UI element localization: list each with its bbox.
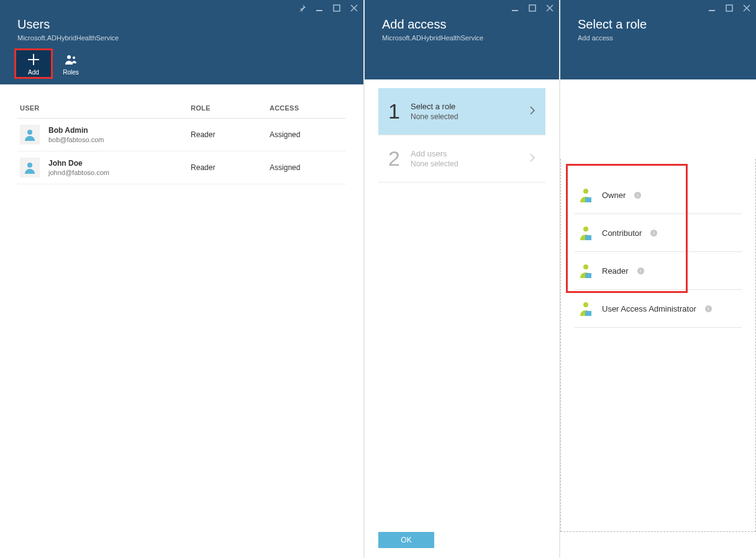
role-icon: [577, 224, 594, 241]
step-subtitle: None selected: [411, 112, 458, 121]
svg-point-4: [27, 130, 32, 135]
users-header: Users Microsoft.ADHybridHealthService Ad…: [0, 0, 363, 84]
maximize-icon[interactable]: [528, 4, 537, 12]
svg-rect-17: [585, 311, 591, 316]
table-row[interactable]: John Doe johnd@fabtoso.com Reader Assign…: [17, 151, 346, 184]
step-title: Select a role: [411, 102, 458, 111]
col-user: USER: [17, 99, 188, 119]
user-access: Assigned: [267, 119, 346, 151]
svg-point-16: [583, 302, 588, 307]
col-access: ACCESS: [267, 99, 346, 119]
table-row[interactable]: Bob Admin bob@fabtoso.com Reader Assigne…: [17, 119, 346, 151]
add-access-title: Add access: [382, 17, 544, 32]
user-name: John Doe: [48, 159, 109, 168]
select-role-title: Select a role: [578, 17, 741, 32]
role-label: Reader: [602, 266, 629, 276]
users-body: USER ROLE ACCESS Bob Admin bob@fabtoso.c…: [0, 84, 363, 558]
minimize-icon[interactable]: [315, 4, 324, 12]
role-label: Owner: [602, 191, 626, 200]
minimize-icon[interactable]: [708, 4, 716, 12]
add-access-body: 1 Select a role None selected 2 Add user…: [365, 79, 559, 532]
info-icon[interactable]: i: [650, 230, 657, 236]
users-table: USER ROLE ACCESS Bob Admin bob@fabtoso.c…: [17, 99, 346, 184]
svg-rect-9: [726, 5, 732, 11]
svg-rect-15: [585, 273, 591, 278]
avatar: [20, 158, 40, 178]
add-access-subtitle: Microsoft.ADHybridHealthService: [382, 34, 544, 42]
user-email: bob@fabtoso.com: [48, 136, 104, 143]
role-list: Owner i Contributor i Reader i: [575, 176, 742, 328]
step-select-role[interactable]: 1 Select a role None selected: [378, 88, 545, 135]
info-icon[interactable]: i: [637, 268, 644, 274]
select-role-body: Owner i Contributor i Reader i: [560, 79, 756, 558]
role-icon: [577, 186, 594, 204]
select-role-header: Select a role Add access: [560, 0, 756, 79]
maximize-icon[interactable]: [725, 4, 734, 12]
svg-rect-0: [316, 10, 322, 11]
role-label: Contributor: [602, 228, 642, 238]
users-title: Users: [17, 17, 348, 32]
role-icon: [577, 300, 594, 317]
close-icon[interactable]: [350, 4, 358, 12]
users-blade: Users Microsoft.ADHybridHealthService Ad…: [0, 0, 363, 558]
role-icon: [577, 262, 594, 279]
users-subtitle: Microsoft.ADHybridHealthService: [17, 34, 348, 42]
step-title: Add users: [411, 149, 458, 158]
svg-point-5: [27, 163, 32, 168]
add-access-header: Add access Microsoft.ADHybridHealthServi…: [365, 0, 559, 79]
step-add-users[interactable]: 2 Add users None selected: [378, 135, 545, 182]
maximize-icon[interactable]: [332, 4, 341, 12]
svg-rect-7: [529, 5, 535, 11]
role-reader[interactable]: Reader i: [575, 252, 742, 290]
role-contributor[interactable]: Contributor i: [575, 214, 742, 252]
svg-rect-1: [334, 5, 340, 11]
close-icon[interactable]: [742, 4, 751, 12]
svg-rect-13: [585, 235, 591, 240]
svg-rect-11: [585, 197, 591, 202]
svg-point-10: [583, 189, 588, 194]
user-role: Reader: [188, 119, 267, 151]
ok-button[interactable]: OK: [378, 532, 434, 548]
close-icon[interactable]: [545, 4, 554, 12]
add-access-blade: Add access Microsoft.ADHybridHealthServi…: [365, 0, 559, 558]
role-label: User Access Administrator: [602, 304, 696, 313]
info-icon[interactable]: i: [705, 305, 712, 312]
col-role: ROLE: [188, 99, 267, 119]
add-button[interactable]: Add: [15, 49, 52, 78]
window-controls: [298, 4, 358, 12]
svg-rect-6: [512, 10, 518, 11]
svg-point-12: [583, 227, 588, 232]
plus-icon: [15, 53, 52, 66]
select-role-subtitle: Add access: [578, 34, 741, 42]
svg-point-14: [583, 264, 588, 269]
user-access: Assigned: [267, 151, 346, 184]
step-subtitle: None selected: [411, 160, 458, 168]
window-controls: [511, 4, 554, 12]
pin-icon[interactable]: [298, 4, 306, 12]
chevron-right-icon: [529, 153, 535, 164]
user-role: Reader: [188, 151, 267, 184]
svg-point-3: [73, 56, 75, 59]
avatar: [20, 125, 40, 145]
svg-rect-8: [709, 10, 715, 11]
user-email: johnd@fabtoso.com: [48, 169, 109, 176]
roles-icon: [52, 53, 89, 66]
chevron-right-icon: [529, 106, 535, 117]
user-name: Bob Admin: [48, 126, 104, 135]
minimize-icon[interactable]: [511, 4, 519, 12]
info-icon[interactable]: i: [634, 192, 641, 199]
role-owner[interactable]: Owner i: [575, 176, 742, 214]
svg-point-2: [67, 55, 71, 59]
window-controls: [708, 4, 751, 12]
roles-button[interactable]: Roles: [52, 49, 89, 78]
role-user-access-admin[interactable]: User Access Administrator i: [575, 290, 742, 328]
select-role-blade: Select a role Add access Owner i Contrib…: [560, 0, 756, 558]
